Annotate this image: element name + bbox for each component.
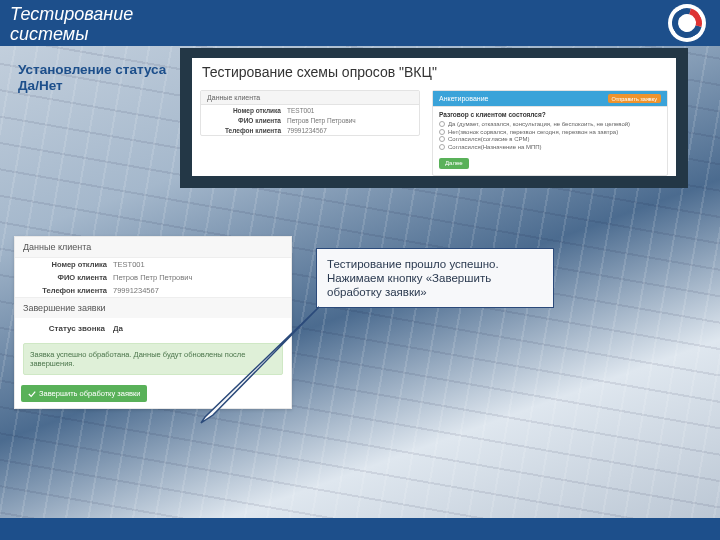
radio-icon bbox=[439, 129, 445, 135]
callout-box: Тестирование прошло успешно. Нажимаем кн… bbox=[316, 248, 554, 308]
survey-question: Разговор с клиентом состоялся? bbox=[439, 111, 661, 118]
page-subtitle: Установление статуса Да/Нет bbox=[18, 62, 168, 94]
client-data-card: Данные клиента Номер откликаTEST001 ФИО … bbox=[200, 90, 420, 136]
app-frame: Тестирование схемы опросов "ВКЦ" Данные … bbox=[192, 58, 676, 176]
logo-icon bbox=[668, 4, 706, 42]
survey-card: Анкетирование Отправить заявку Разговор … bbox=[432, 90, 668, 176]
survey-option[interactable]: Согласился(согласие в CPM) bbox=[439, 136, 661, 142]
radio-icon bbox=[439, 136, 445, 142]
check-icon bbox=[28, 390, 36, 398]
callout-tail-icon bbox=[199, 305, 323, 425]
survey-option[interactable]: Нет(звонок сорвался, перезвон сегодня, п… bbox=[439, 129, 661, 135]
finish-request-button[interactable]: Завершить обработку заявки bbox=[21, 385, 147, 402]
survey-option[interactable]: Да (думает, отказался, консультация, не … bbox=[439, 121, 661, 127]
result-heading-client: Данные клиента bbox=[15, 237, 291, 258]
radio-icon bbox=[439, 144, 445, 150]
app-title: Тестирование схемы опросов "ВКЦ" bbox=[202, 64, 666, 80]
survey-heading: Анкетирование bbox=[439, 95, 488, 102]
status-value: Да bbox=[113, 324, 123, 333]
send-request-button[interactable]: Отправить заявку bbox=[608, 94, 662, 103]
client-data-heading: Данные клиента bbox=[201, 91, 419, 105]
footer-band bbox=[0, 518, 720, 540]
next-button[interactable]: Далее bbox=[439, 158, 469, 169]
survey-option[interactable]: Согласился(Назначение на МПП) bbox=[439, 144, 661, 150]
page-title: Тестирование системы bbox=[10, 4, 150, 44]
radio-icon bbox=[439, 121, 445, 127]
app-frame-outer: Тестирование схемы опросов "ВКЦ" Данные … bbox=[180, 48, 688, 188]
